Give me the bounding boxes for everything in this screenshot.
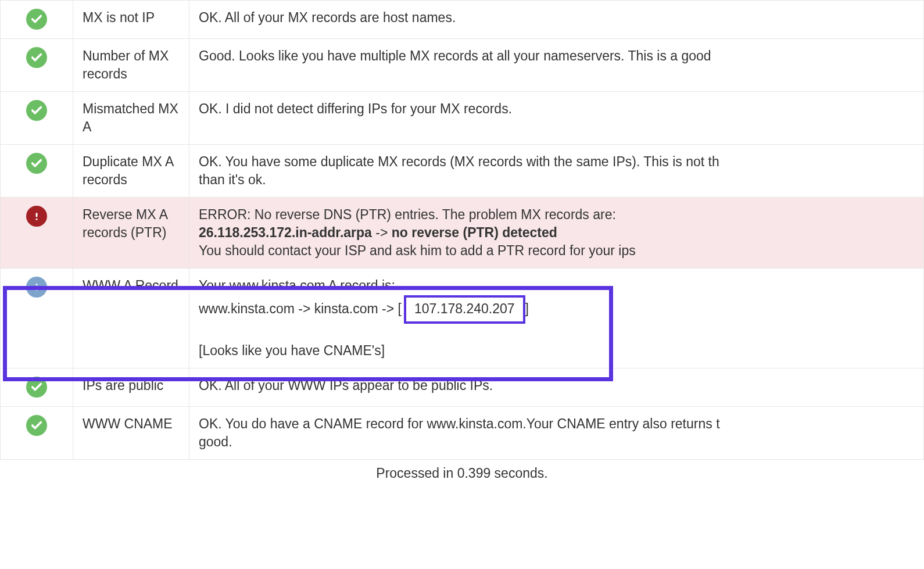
check-description: OK. You have some duplicate MX records (… xyxy=(189,145,924,198)
status-icon-cell xyxy=(1,39,73,92)
check-icon xyxy=(26,47,47,68)
page-wrap: MX is not IPOK. All of your MX records a… xyxy=(0,0,924,482)
result-row: WWW CNAMEOK. You do have a CNAME record … xyxy=(1,406,924,459)
status-icon-cell xyxy=(1,269,73,368)
svg-rect-3 xyxy=(36,287,38,291)
check-name: Number of MX records xyxy=(73,39,189,92)
svg-rect-1 xyxy=(36,219,38,220)
status-icon-cell xyxy=(1,198,73,269)
result-row: Reverse MX A records (PTR)ERROR: No reve… xyxy=(1,198,924,269)
check-description: OK. All of your MX records are host name… xyxy=(189,1,924,39)
check-name: IPs are public xyxy=(73,368,189,406)
check-name: WWW A Record xyxy=(73,269,189,368)
status-icon-cell xyxy=(1,92,73,145)
check-name: Reverse MX A records (PTR) xyxy=(73,198,189,269)
status-icon-cell xyxy=(1,145,73,198)
results-tbody: MX is not IPOK. All of your MX records a… xyxy=(1,1,924,460)
status-icon-cell xyxy=(1,368,73,406)
check-name: MX is not IP xyxy=(73,1,189,39)
check-description: OK. I did not detect differing IPs for y… xyxy=(189,92,924,145)
processed-time: Processed in 0.399 seconds. xyxy=(0,460,924,482)
dns-check-results-table: MX is not IPOK. All of your MX records a… xyxy=(0,0,924,460)
status-icon-cell xyxy=(1,406,73,459)
svg-rect-2 xyxy=(36,284,38,285)
check-icon xyxy=(26,377,47,398)
result-row: Mismatched MX AOK. I did not detect diff… xyxy=(1,92,924,145)
check-icon xyxy=(26,415,47,436)
result-row: Duplicate MX A recordsOK. You have some … xyxy=(1,145,924,198)
info-icon xyxy=(26,277,47,298)
check-icon xyxy=(26,9,47,30)
error-icon xyxy=(26,206,47,227)
result-row: Number of MX recordsGood. Looks like you… xyxy=(1,39,924,92)
check-description: OK. You do have a CNAME record for www.k… xyxy=(189,406,924,459)
check-description: ERROR: No reverse DNS (PTR) entries. The… xyxy=(189,198,924,269)
check-name: WWW CNAME xyxy=(73,406,189,459)
status-icon-cell xyxy=(1,1,73,39)
check-icon xyxy=(26,153,47,174)
check-description: Good. Looks like you have multiple MX re… xyxy=(189,39,924,92)
check-icon xyxy=(26,100,47,121)
svg-rect-0 xyxy=(36,213,38,217)
check-name: Mismatched MX A xyxy=(73,92,189,145)
check-description: OK. All of your WWW IPs appear to be pub… xyxy=(189,368,924,406)
check-description: Your www.kinsta.com A record is:www.kins… xyxy=(189,269,924,368)
result-row: IPs are publicOK. All of your WWW IPs ap… xyxy=(1,368,924,406)
result-row: WWW A RecordYour www.kinsta.com A record… xyxy=(1,269,924,368)
result-row: MX is not IPOK. All of your MX records a… xyxy=(1,1,924,39)
check-name: Duplicate MX A records xyxy=(73,145,189,198)
